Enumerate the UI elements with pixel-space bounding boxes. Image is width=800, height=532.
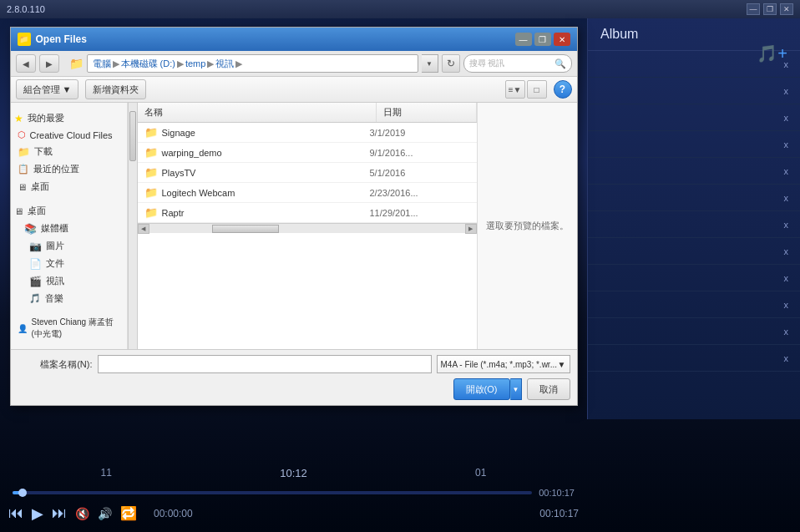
file-name-cell: 📁 PlaysTV [144, 166, 370, 179]
col-header-date[interactable]: 日期 [377, 103, 477, 122]
file-date: 3/1/2019 [370, 128, 470, 138]
back-btn[interactable]: ◀ [16, 54, 36, 73]
app-titlebar: 2.8.0.110 — ❐ ✕ [0, 0, 800, 18]
dialog-maximize-btn[interactable]: ❐ [534, 33, 551, 46]
album-row-remove-btn[interactable]: x [781, 165, 792, 178]
progress-track[interactable] [13, 491, 532, 494]
filetype-dropdown-arrow: ▼ [558, 360, 566, 369]
path-computer[interactable]: 電腦 [93, 58, 111, 70]
filename-input[interactable] [98, 355, 432, 373]
view-preview-btn[interactable]: □ [527, 80, 547, 99]
horiz-scroll-thumb[interactable] [212, 225, 279, 233]
dialog-title-icon: 📁 [18, 33, 31, 46]
view-details-btn[interactable]: ≡▼ [505, 80, 525, 99]
search-box[interactable]: 搜尋 視訊 🔍 [463, 54, 572, 73]
videos-label: 視訊 [46, 275, 64, 287]
dialog-close-btn[interactable]: ✕ [554, 33, 570, 46]
forward-btn[interactable]: ▶ [39, 54, 59, 73]
open-files-dialog: 📁 Open Files — ❐ ✕ ◀ ▶ 📁 電腦 ▶ 本機磁碟 (D:) … [10, 27, 578, 406]
help-btn[interactable]: ? [554, 80, 572, 99]
outer-restore-btn[interactable]: ❐ [763, 3, 777, 15]
file-name: Logitech Webcam [162, 188, 235, 198]
album-row-remove-btn[interactable]: x [781, 352, 792, 365]
dialog-minimize-btn[interactable]: — [515, 33, 532, 46]
filename-row: 檔案名稱(N): M4A - File (*.m4a; *.mp3; *.wr.… [18, 355, 570, 373]
album-row-remove-btn[interactable]: x [781, 298, 792, 312]
path-dropdown-btn[interactable]: ▼ [422, 54, 438, 73]
sidebar-item-documents[interactable]: 📄 文件 [11, 255, 127, 272]
dialog-toolbar: 組合管理 ▼ 新增資料夾 ≡▼ □ ? [11, 77, 577, 103]
sidebar-item-downloads[interactable]: 📁 下載 [11, 143, 127, 160]
album-row-remove-btn[interactable]: x [781, 245, 792, 258]
refresh-btn[interactable]: ↻ [442, 54, 460, 73]
cancel-btn[interactable]: 取消 [527, 378, 570, 400]
sidebar-item-library[interactable]: 📚 媒體櫃 [11, 220, 127, 237]
horiz-scroll-track[interactable] [149, 224, 465, 234]
favorites-label: 我的最愛 [28, 112, 64, 124]
address-path[interactable]: 電腦 ▶ 本機磁碟 (D:) ▶ temp ▶ 視訊 ▶ [87, 54, 418, 73]
horizontal-scrollbar[interactable]: ◀ ▶ [138, 223, 477, 233]
sidebar-item-recent[interactable]: 📋 最近的位置 [11, 160, 127, 178]
desktop-header[interactable]: 🖥 桌面 [11, 202, 127, 220]
sidebar-item-pictures[interactable]: 📷 圖片 [11, 237, 127, 255]
path-drive[interactable]: 本機磁碟 (D:) [121, 58, 175, 70]
downloads-label: 下載 [34, 145, 53, 158]
sidebar-item-creative-cloud[interactable]: ⬡ Creative Cloud Files [11, 127, 127, 143]
col-header-name[interactable]: 名稱 [138, 103, 377, 122]
album-row-remove-btn[interactable]: x [781, 111, 792, 124]
outer-minimize-btn[interactable]: — [747, 3, 760, 15]
album-row-remove-btn[interactable]: x [781, 138, 792, 151]
organize-btn[interactable]: 組合管理 ▼ [16, 79, 79, 99]
pictures-icon: 📷 [29, 241, 42, 252]
next-track-btn[interactable]: ⏭ [52, 504, 67, 522]
album-row: x [588, 131, 800, 158]
outer-close-btn[interactable]: ✕ [780, 3, 793, 15]
album-row-remove-btn[interactable]: x [781, 325, 792, 338]
sidebar-item-user[interactable]: 👤 Steven Chiang 蔣孟哲 (中光電) [11, 314, 127, 342]
dialog-title: 📁 Open Files [18, 33, 87, 46]
volume-btn[interactable]: 🔊 [98, 507, 112, 520]
progress-thumb[interactable] [18, 489, 27, 497]
path-current[interactable]: 視訊 [215, 58, 234, 70]
videos-icon: 🎬 [29, 276, 42, 287]
album-row: x [588, 78, 800, 104]
user-icon: 👤 [18, 324, 28, 333]
folder-icon: 📁 [144, 206, 158, 219]
total-time-display: 00:10:17 [539, 508, 579, 519]
vertical-scrollbar[interactable] [128, 103, 138, 349]
file-row[interactable]: 📁 Raptr 11/29/201... [138, 203, 477, 223]
sidebar-item-music[interactable]: 🎵 音樂 [11, 290, 127, 307]
new-folder-btn[interactable]: 新增資料夾 [85, 79, 146, 99]
album-row-remove-btn[interactable]: x [781, 191, 792, 205]
repeat-btn[interactable]: 🔁 [120, 505, 137, 521]
filetype-dropdown[interactable]: M4A - File (*.m4a; *.mp3; *.wr... ▼ [437, 355, 570, 373]
outer-win-controls: — ❐ ✕ [747, 3, 793, 15]
marker-left: 11 [101, 467, 112, 479]
scroll-thumb[interactable] [129, 111, 136, 161]
search-placeholder: 搜尋 視訊 [469, 58, 505, 69]
open-dropdown-btn[interactable]: ▼ [510, 378, 522, 400]
horiz-scroll-right-btn[interactable]: ▶ [465, 224, 477, 234]
file-row[interactable]: 📁 PlaysTV 5/1/2016 [138, 163, 477, 183]
album-row-remove-btn[interactable]: x [781, 84, 792, 98]
sidebar-item-videos[interactable]: 🎬 視訊 [11, 272, 127, 290]
horiz-scroll-left-btn[interactable]: ◀ [138, 224, 149, 234]
album-panel: Album 🎵+ x x x x x x x x x x x x [587, 18, 800, 419]
play-btn[interactable]: ▶ [32, 504, 43, 523]
add-to-album-btn[interactable]: 🎵+ [757, 43, 787, 63]
album-row-remove-btn[interactable]: x [781, 218, 792, 231]
sidebar-item-desktop-fav[interactable]: 🖥 桌面 [11, 178, 127, 195]
recent-label: 最近的位置 [33, 163, 79, 175]
file-row[interactable]: 📁 warping_demo 9/1/2016... [138, 143, 477, 163]
file-row[interactable]: 📁 Logitech Webcam 2/23/2016... [138, 183, 477, 203]
album-row-remove-btn[interactable]: x [781, 271, 792, 285]
file-row[interactable]: 📁 Signage 3/1/2019 [138, 123, 477, 143]
favorites-header[interactable]: ★ 我的最愛 [11, 109, 127, 127]
folder-icon: 📁 [144, 186, 158, 199]
file-date: 11/29/201... [370, 208, 470, 218]
open-btn[interactable]: 開啟(O) [453, 378, 510, 400]
file-name-cell: 📁 Logitech Webcam [144, 186, 370, 199]
prev-track-btn[interactable]: ⏮ [8, 504, 23, 522]
path-temp[interactable]: temp [185, 58, 205, 68]
mute-btn[interactable]: 🔇 [75, 507, 89, 520]
